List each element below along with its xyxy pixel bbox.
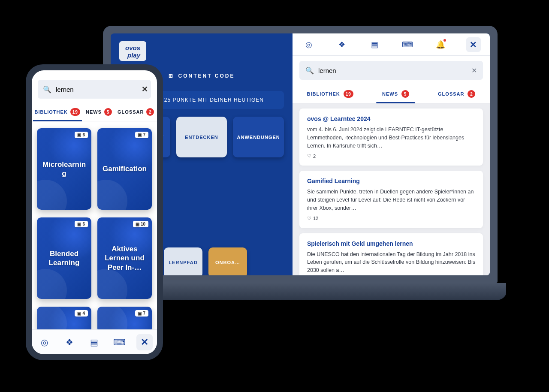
news-icon[interactable]: ▤: [86, 334, 103, 350]
news-title: Gamified Learning: [307, 178, 475, 184]
news-list: ovos @ Learntec 2024 vom 4. bis 6. Juni …: [293, 103, 490, 275]
phone-bottom-nav: ◎ ❖ ▤ ⌨ ✕: [32, 329, 157, 354]
tab-news[interactable]: NEWS 5: [379, 84, 413, 103]
laptop-screen: ovos play ⊞ CONTENT CODE ✦ ERHALTE 25 PU…: [111, 33, 490, 275]
likes-row[interactable]: ♡2: [307, 153, 475, 159]
library-card[interactable]: ▣6 Blended Learning: [37, 217, 91, 299]
news-body: Sie sammeln Punkte, treten in Duellen ge…: [307, 188, 475, 212]
news-card[interactable]: ovos @ Learntec 2024 vom 4. bis 6. Juni …: [299, 109, 483, 166]
news-body: Die UNESCO hat den internationalen Tag d…: [307, 250, 475, 274]
heart-icon: ♡: [307, 153, 311, 159]
brand-logo: ovos play: [119, 41, 146, 61]
search-input[interactable]: 🔍 ✕: [38, 80, 151, 99]
news-card[interactable]: Gamified Learning Sie sammeln Punkte, tr…: [299, 171, 483, 228]
library-card[interactable]: ▣7: [97, 307, 152, 329]
category-tile[interactable]: ONBOA…: [208, 247, 247, 275]
tab-news[interactable]: NEWS 5: [84, 102, 114, 121]
stack-icon: ▣: [138, 311, 142, 316]
phone-tabs: BIBLIOTHEK 19 NEWS 5 GLOSSAR 2: [32, 102, 157, 121]
news-title: ovos @ Learntec 2024: [307, 115, 475, 122]
clear-icon[interactable]: ✕: [471, 66, 477, 75]
library-card[interactable]: ▣4: [37, 307, 91, 329]
tab-bibliothek[interactable]: BIBLIOTHEK 19: [304, 84, 357, 103]
category-tile[interactable]: LERNPFAD: [164, 247, 202, 275]
brain-icon[interactable]: ❖: [335, 37, 349, 52]
search-field[interactable]: [56, 86, 137, 93]
search-panel: ◎ ❖ ▤ ⌨ 🔔 ✕ 🔍 ✕: [293, 33, 490, 275]
count-badge: 2: [146, 108, 154, 116]
news-title: Spielerisch mit Geld umgehen lernen: [307, 240, 475, 247]
phone-screen: 🔍 ✕ BIBLIOTHEK 19 NEWS 5 GLOSSAR 2 ▣6 Mi…: [32, 70, 157, 354]
card-count-badge: ▣4: [75, 310, 88, 317]
stack-icon: ▣: [136, 222, 139, 226]
search-icon: 🔍: [43, 85, 51, 93]
category-tile[interactable]: ANWENDUNGEN: [233, 117, 284, 157]
compass-icon[interactable]: ◎: [302, 37, 316, 52]
news-icon[interactable]: ▤: [368, 37, 382, 52]
card-count-badge: ▣7: [135, 310, 148, 317]
brain-icon[interactable]: ❖: [61, 334, 78, 350]
close-icon[interactable]: ✕: [136, 334, 153, 350]
compass-icon[interactable]: ◎: [36, 334, 52, 350]
news-body: vom 4. bis 6. Juni 2024 zeigt die LEARNT…: [307, 126, 475, 150]
news-card[interactable]: Spielerisch mit Geld umgehen lernen Die …: [299, 233, 483, 276]
card-title: Microlearning: [41, 160, 87, 178]
count-badge: 5: [401, 90, 409, 98]
qr-icon: ⊞: [169, 73, 174, 79]
category-tile[interactable]: ENTDECKEN: [176, 117, 227, 157]
close-icon[interactable]: ✕: [466, 37, 481, 52]
tab-glossar[interactable]: GLOSSAR 2: [116, 102, 156, 121]
count-badge: 5: [104, 108, 112, 116]
card-title: Gamification: [103, 164, 147, 173]
tab-bibliothek[interactable]: BIBLIOTHEK 19: [33, 102, 82, 121]
brand-name: ovos: [125, 45, 140, 51]
heart-icon: ♡: [307, 216, 311, 221]
count-badge: 19: [70, 108, 80, 116]
library-card[interactable]: ▣7 Gamification: [97, 128, 152, 210]
library-card[interactable]: ▣10 Aktives Lernen und Peer In-…: [97, 217, 152, 299]
stack-icon: ▣: [77, 133, 81, 137]
stack-icon: ▣: [138, 133, 142, 137]
search-input[interactable]: 🔍 ✕: [299, 61, 483, 80]
clear-icon[interactable]: ✕: [142, 84, 148, 94]
card-count-badge: ▣6: [75, 221, 88, 227]
phone-device: 🔍 ✕ BIBLIOTHEK 19 NEWS 5 GLOSSAR 2 ▣6 Mi…: [26, 64, 163, 360]
card-title: Blended Learning: [41, 249, 87, 268]
controller-icon[interactable]: ⌨: [400, 37, 415, 52]
controller-icon[interactable]: ⌨: [111, 334, 127, 350]
likes-row[interactable]: ♡12: [307, 216, 475, 221]
count-badge: 2: [468, 90, 475, 98]
card-count-badge: ▣6: [75, 132, 88, 138]
content-code-label: CONTENT CODE: [178, 73, 235, 79]
stack-icon: ▣: [77, 222, 81, 226]
search-field[interactable]: [318, 67, 467, 74]
bell-icon[interactable]: 🔔: [433, 37, 448, 52]
panel-topbar: ◎ ❖ ▤ ⌨ 🔔 ✕: [293, 33, 490, 56]
search-icon: 🔍: [305, 66, 314, 75]
card-title: Aktives Lernen und Peer In-…: [102, 244, 148, 272]
brand-sub: play: [125, 52, 140, 58]
stack-icon: ▣: [77, 311, 81, 316]
card-grid: ▣6 Microlearning ▣7 Gamification ▣6 Blen…: [32, 121, 157, 329]
panel-tabs: BIBLIOTHEK 19 NEWS 5 GLOSSAR 2: [293, 84, 490, 103]
card-count-badge: ▣7: [135, 132, 148, 138]
count-badge: 19: [344, 90, 353, 98]
tab-glossar[interactable]: GLOSSAR 2: [434, 84, 479, 103]
card-count-badge: ▣10: [133, 221, 148, 227]
library-card[interactable]: ▣6 Microlearning: [37, 128, 91, 210]
